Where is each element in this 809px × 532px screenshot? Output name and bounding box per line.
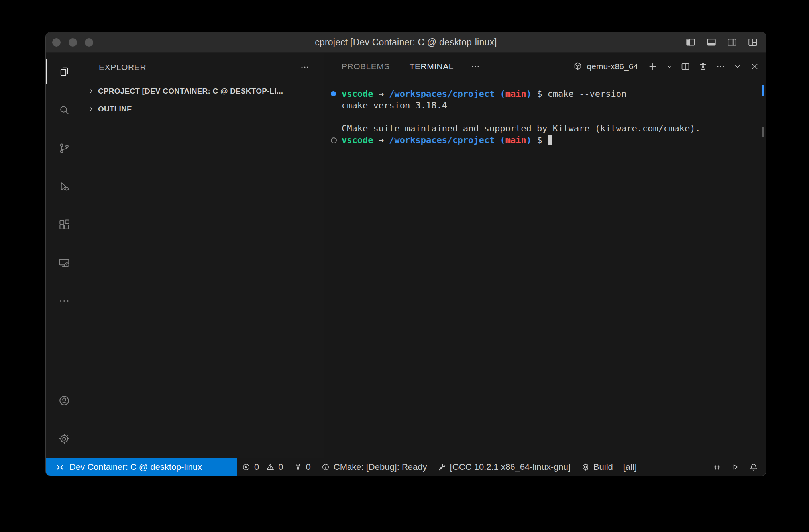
notifications-bell-icon[interactable] — [744, 458, 763, 476]
tab-problems[interactable]: PROBLEMS — [341, 59, 390, 74]
scrollbar-thumb[interactable] — [762, 127, 764, 137]
explorer-section-cproject[interactable]: CPROJECT [DEV CONTAINER: C @ DESKTOP-LI.… — [82, 82, 324, 100]
terminal-output[interactable]: vscode → /workspaces/cproject (main) $ c… — [324, 80, 766, 458]
branch-paren-open: ( — [500, 135, 505, 145]
hide-panel-chevron-down-icon[interactable] — [733, 62, 742, 71]
section-label: OUTLINE — [98, 105, 132, 113]
terminal-output-line: CMake suite maintained and supported by … — [342, 123, 754, 134]
debug-bug-icon[interactable] — [708, 458, 726, 476]
extensions-icon — [58, 219, 70, 231]
activity-item-extensions[interactable] — [46, 205, 82, 244]
zoom-window-button[interactable] — [85, 38, 93, 47]
activity-item-explorer[interactable] — [46, 53, 82, 91]
cmake-status-label: CMake: [Debug]: Ready — [334, 462, 427, 472]
split-terminal-icon[interactable] — [681, 62, 690, 71]
prompt-arrow: → — [379, 135, 384, 145]
activity-item-source-control[interactable] — [46, 129, 82, 167]
run-play-icon[interactable] — [726, 458, 744, 476]
terminal-output-line: cmake version 3.18.4 — [342, 100, 754, 111]
layout-controls — [685, 32, 758, 52]
chevron-right-icon — [87, 105, 95, 113]
build-target-label: [all] — [623, 462, 637, 472]
activity-item-remote-explorer[interactable] — [46, 244, 82, 282]
cmake-status[interactable]: CMake: [Debug]: Ready — [316, 458, 432, 476]
sidebar-header: EXPLORER — [82, 53, 324, 82]
prompt-user: vscode — [342, 135, 373, 145]
terminal-picker[interactable]: qemu-x86_64 — [573, 61, 638, 72]
new-terminal-icon[interactable] — [648, 61, 658, 72]
remote-indicator[interactable]: Dev Container: C @ desktop-linux — [46, 458, 237, 476]
activity-item-settings[interactable] — [46, 420, 82, 458]
terminal-command-line: vscode → /workspaces/cproject (main) $ c… — [342, 88, 754, 100]
section-label: CPROJECT [DEV CONTAINER: C @ DESKTOP-LI.… — [98, 87, 283, 96]
error-count: 0 — [254, 462, 259, 472]
ports-status[interactable]: 0 — [289, 458, 316, 476]
build-button[interactable]: Build — [576, 458, 618, 476]
branch-name: main — [505, 89, 526, 99]
tab-terminal[interactable]: TERMINAL — [409, 59, 454, 74]
window-title: cproject [Dev Container: C @ desktop-lin… — [315, 37, 497, 48]
toggle-sidebar-right-icon[interactable] — [727, 37, 737, 47]
close-panel-icon[interactable] — [750, 62, 760, 71]
activity-item-search[interactable] — [46, 91, 82, 129]
activity-item-more[interactable] — [46, 282, 82, 320]
status-bar: Dev Container: C @ desktop-linux 0 0 0 C… — [46, 458, 766, 476]
run-and-debug-icon — [58, 180, 70, 192]
files-icon — [58, 66, 70, 78]
prompt-dollar: $ — [537, 135, 542, 145]
explorer-section-outline[interactable]: OUTLINE — [82, 100, 324, 118]
error-icon — [242, 463, 251, 471]
bottom-panel: PROBLEMS TERMINAL qemu-x86_64 — [324, 53, 766, 458]
toggle-panel-bottom-icon[interactable] — [706, 37, 717, 47]
terminal-cursor — [548, 135, 552, 145]
source-control-icon — [58, 142, 70, 154]
activity-item-accounts[interactable] — [46, 381, 82, 420]
remote-label: Dev Container: C @ desktop-linux — [69, 462, 202, 472]
active-kit[interactable]: [GCC 10.2.1 x86_64-linux-gnu] — [432, 458, 576, 476]
ellipsis-icon — [58, 295, 70, 307]
main-area: EXPLORER CPROJECT [DEV CONTAINER: C @ DE… — [46, 53, 766, 458]
build-target[interactable]: [all] — [618, 458, 642, 476]
panel-header: PROBLEMS TERMINAL qemu-x86_64 — [324, 53, 766, 80]
panel-more-actions-icon[interactable] — [716, 62, 725, 71]
terminal-prompt-line: vscode → /workspaces/cproject (main) $ — [342, 134, 754, 146]
sidebar-explorer: EXPLORER CPROJECT [DEV CONTAINER: C @ DE… — [82, 53, 324, 458]
panel-actions: qemu-x86_64 — [573, 61, 760, 72]
activity-bar — [46, 53, 82, 458]
scrollbar-command-decoration — [762, 85, 764, 96]
kill-terminal-trash-icon[interactable] — [698, 62, 708, 71]
prompt-arrow: → — [379, 89, 384, 99]
remote-explorer-icon — [58, 257, 70, 269]
output-text: CMake suite maintained and supported by … — [342, 123, 701, 133]
prompt-user: vscode — [342, 89, 373, 99]
ports-count: 0 — [306, 462, 311, 472]
problems-status[interactable]: 0 0 — [237, 458, 289, 476]
terminal-profile-chevron-down-icon[interactable] — [666, 63, 673, 70]
panel-tabs-more-icon[interactable] — [471, 62, 480, 71]
terminal-blank-line — [342, 111, 754, 123]
prompt-path: /workspaces/cproject — [389, 89, 495, 99]
branch-paren-open: ( — [500, 89, 505, 99]
chevron-right-icon — [87, 87, 95, 95]
activity-item-run-debug[interactable] — [46, 167, 82, 205]
search-icon — [58, 104, 70, 116]
close-window-button[interactable] — [52, 38, 61, 47]
statusbar-right-group — [708, 458, 766, 476]
customize-layout-icon[interactable] — [748, 37, 758, 47]
remote-icon — [55, 463, 65, 472]
minimize-window-button[interactable] — [69, 38, 77, 47]
cube-icon — [573, 61, 583, 72]
wrench-icon — [438, 463, 446, 471]
branch-name: main — [505, 135, 526, 145]
sidebar-more-actions-icon[interactable] — [300, 63, 310, 72]
gear-icon — [581, 463, 590, 471]
output-text: cmake version 3.18.4 — [342, 100, 447, 110]
kit-label: [GCC 10.2.1 x86_64-linux-gnu] — [450, 462, 571, 472]
prompt-decoration-icon — [331, 137, 337, 143]
warning-icon — [266, 463, 275, 471]
prompt-path: /workspaces/cproject — [389, 135, 495, 145]
toggle-sidebar-left-icon[interactable] — [685, 37, 696, 47]
warning-count: 0 — [278, 462, 283, 472]
command-decoration-icon[interactable] — [331, 91, 336, 96]
prompt-dollar: $ — [537, 89, 542, 99]
